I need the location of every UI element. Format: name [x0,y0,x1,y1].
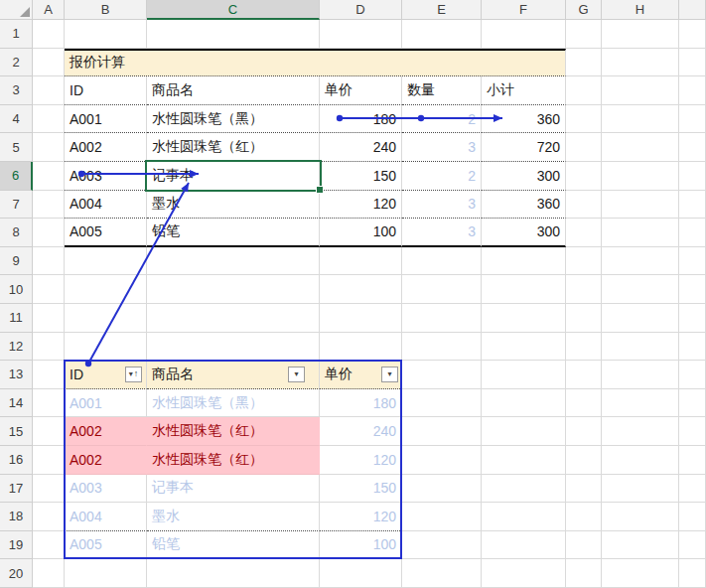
grid-cell[interactable] [566,133,602,162]
grid-cell[interactable] [33,333,65,362]
grid-cell[interactable] [602,304,679,333]
cell-b17[interactable]: A003 [65,475,147,504]
grid-cell[interactable] [566,389,602,418]
grid-cell[interactable] [679,531,706,560]
row-header-3[interactable]: 3 [0,76,33,105]
grid-cell[interactable] [566,191,602,220]
row-header-17[interactable]: 17 [0,475,33,504]
grid-cell[interactable] [402,417,482,446]
quote-header-price[interactable]: 单价 [320,76,402,105]
row-header-5[interactable]: 5 [0,133,33,162]
cell-c18[interactable]: 墨水 [147,503,320,531]
cell-b6[interactable]: A003 [65,162,147,191]
grid-cell[interactable] [65,275,147,304]
filter-sort-button-id[interactable]: ▾ ↑ [125,367,142,382]
grid-cell[interactable] [33,389,65,418]
grid-cell[interactable] [602,475,679,504]
cell-f5[interactable]: 720 [482,133,566,162]
grid-cell[interactable] [320,333,402,362]
grid-cell[interactable] [602,191,679,220]
grid-cell[interactable] [402,531,482,560]
grid-cell[interactable] [402,389,482,418]
grid-cell[interactable] [65,20,147,49]
cell-d4[interactable]: 180 [320,105,402,134]
cell-c14[interactable]: 水性圆珠笔（黑） [147,389,320,418]
row-header-7[interactable]: 7 [0,191,33,220]
column-header-f[interactable]: F [482,0,566,20]
filter-button-name[interactable]: ▾ [288,367,305,382]
column-header-blank[interactable] [679,0,706,20]
row-header-16[interactable]: 16 [0,446,33,475]
grid-cell[interactable] [482,304,566,333]
grid-cell[interactable] [566,559,602,588]
grid-cell[interactable] [566,304,602,333]
grid-cell[interactable] [679,49,706,77]
grid-cell[interactable] [679,417,706,446]
grid-cell[interactable] [679,191,706,220]
grid-cell[interactable] [566,361,602,389]
grid-cell[interactable] [602,531,679,560]
filter-button-price[interactable]: ▾ [381,367,398,382]
cell-e5[interactable]: 3 [402,133,482,162]
cell-d6[interactable]: 150 [320,162,402,191]
grid-cell[interactable] [33,20,65,49]
grid-cell[interactable] [602,389,679,418]
grid-cell[interactable] [147,304,320,333]
cell-e4[interactable]: 2 [402,105,482,134]
grid-cell[interactable] [602,361,679,389]
grid-cell[interactable] [482,475,566,504]
grid-cell[interactable] [566,49,602,77]
grid-cell[interactable] [33,503,65,531]
column-header-b[interactable]: B [65,0,147,20]
grid-cell[interactable] [33,162,65,191]
grid-cell[interactable] [402,333,482,362]
grid-cell[interactable] [566,503,602,531]
grid-cell[interactable] [402,20,482,49]
cell-f8[interactable]: 300 [482,219,566,247]
grid-cell[interactable] [65,333,147,362]
grid-cell[interactable] [679,76,706,105]
grid-cell[interactable] [33,133,65,162]
row-header-12[interactable]: 12 [0,333,33,362]
row-header-10[interactable]: 10 [0,275,33,304]
grid-cell[interactable] [33,247,65,276]
grid-cell[interactable] [482,446,566,475]
grid-cell[interactable] [482,275,566,304]
grid-cell[interactable] [402,304,482,333]
cell-c16-duplicate[interactable]: 水性圆珠笔（红） [147,446,320,475]
row-header-18[interactable]: 18 [0,503,33,531]
grid-cell[interactable] [566,162,602,191]
grid-cell[interactable] [482,559,566,588]
grid-cell[interactable] [482,389,566,418]
grid-cell[interactable] [679,389,706,418]
grid-cell[interactable] [602,49,679,77]
grid-cell[interactable] [566,219,602,247]
grid-cell[interactable] [402,275,482,304]
row-header-8[interactable]: 8 [0,219,33,247]
row-header-11[interactable]: 11 [0,304,33,333]
grid-cell[interactable] [566,531,602,560]
grid-cell[interactable] [33,49,65,77]
grid-cell[interactable] [482,417,566,446]
grid-cell[interactable] [602,20,679,49]
grid-cell[interactable] [679,162,706,191]
grid-cell[interactable] [33,105,65,134]
grid-cell[interactable] [602,133,679,162]
grid-cell[interactable] [566,76,602,105]
cell-c15-duplicate[interactable]: 水性圆珠笔（红） [147,417,320,446]
grid-cell[interactable] [147,247,320,276]
cell-b16-duplicate[interactable]: A002 [65,446,147,475]
quote-header-qty[interactable]: 数量 [402,76,482,105]
row-header-2[interactable]: 2 [0,49,33,77]
cell-b19[interactable]: A005 [65,531,147,560]
fill-handle[interactable] [316,186,324,194]
grid-cell[interactable] [402,475,482,504]
cell-b4[interactable]: A001 [65,105,147,134]
grid-cell[interactable] [482,333,566,362]
cell-b14[interactable]: A001 [65,389,147,418]
cell-c5[interactable]: 水性圆珠笔（红） [147,133,320,162]
grid-cell[interactable] [602,559,679,588]
quote-header-subtotal[interactable]: 小计 [482,76,566,105]
grid-cell[interactable] [482,20,566,49]
grid-cell[interactable] [320,275,402,304]
